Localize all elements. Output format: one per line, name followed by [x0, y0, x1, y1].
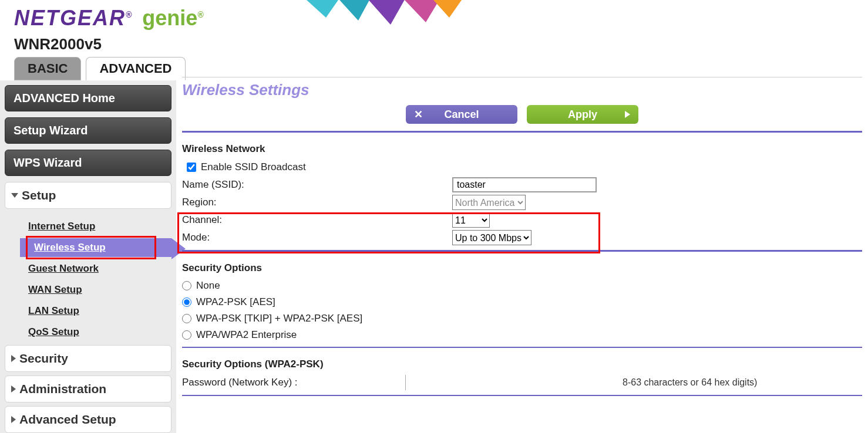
- svg-marker-0: [294, 0, 346, 18]
- registered-icon: ®: [126, 10, 133, 19]
- security-wpa2-radio[interactable]: [182, 297, 191, 307]
- security-enterprise-label: WPA/WPA2 Enterprise: [196, 329, 297, 341]
- caret-right-icon: [11, 385, 16, 393]
- sidebar-link-guest-network[interactable]: Guest Network: [28, 258, 171, 279]
- sidebar-section-advanced-setup[interactable]: Advanced Setup: [5, 406, 171, 433]
- sidebar-link-lan-setup[interactable]: LAN Setup: [28, 300, 171, 322]
- sidebar-section-setup[interactable]: Setup: [5, 182, 171, 209]
- sidebar-section-label: Setup: [22, 188, 56, 202]
- security-wpa2-label: WPA2-PSK [AES]: [196, 296, 275, 308]
- sidebar-link-wan-setup[interactable]: WAN Setup: [28, 279, 171, 300]
- sidebar-advanced-home[interactable]: ADVANCED Home: [5, 85, 171, 111]
- sidebar-section-label: Administration: [19, 382, 106, 396]
- button-bar: ✕ Cancel Apply: [182, 105, 862, 127]
- mode-label: Mode:: [182, 232, 452, 243]
- sidebar-link-internet-setup[interactable]: Internet Setup: [28, 216, 171, 237]
- caret-down-icon: [11, 193, 18, 198]
- tab-advanced[interactable]: ADVANCED: [86, 57, 185, 80]
- sidebar-wps-wizard[interactable]: WPS Wizard: [5, 150, 171, 176]
- region-select[interactable]: North America: [452, 195, 526, 210]
- registered-icon: ®: [197, 10, 203, 19]
- security-wpa-mix-label: WPA-PSK [TKIP] + WPA2-PSK [AES]: [196, 313, 362, 324]
- channel-select[interactable]: 11: [452, 212, 490, 228]
- brand-header: NETGEAR® genie®: [0, 0, 868, 35]
- sidebar-section-security[interactable]: Security: [5, 345, 171, 372]
- mode-select[interactable]: Up to 300 Mbps: [452, 230, 531, 245]
- brand-genie: genie®: [142, 6, 203, 31]
- sidebar-link-qos-setup[interactable]: QoS Setup: [28, 322, 171, 343]
- ssid-label: Name (SSID):: [182, 179, 452, 191]
- region-label: Region:: [182, 197, 452, 208]
- caret-right-icon: [11, 355, 16, 362]
- security-enterprise-radio[interactable]: [182, 330, 191, 340]
- sidebar-setup-wizard[interactable]: Setup Wizard: [5, 117, 171, 144]
- close-icon: ✕: [414, 108, 423, 121]
- security-none-label: None: [196, 280, 220, 292]
- section-heading-wireless-network: Wireless Network: [182, 141, 862, 158]
- model-number: WNR2000v5: [0, 35, 868, 57]
- sidebar: ADVANCED Home Setup Wizard WPS Wizard Se…: [0, 80, 176, 433]
- section-heading-security-options: Security Options: [182, 260, 862, 278]
- section-heading-security-psk: Security Options (WPA2-PSK): [182, 356, 862, 374]
- channel-label: Channel:: [182, 214, 452, 226]
- sidebar-section-label: Security: [19, 351, 68, 366]
- sidebar-setup-items: Internet Setup Wireless Setup Guest Netw…: [5, 212, 171, 345]
- page-title: Wireless Settings: [182, 77, 862, 105]
- content-panel: Wireless Settings ✕ Cancel Apply Wireles…: [176, 80, 868, 433]
- sidebar-section-administration[interactable]: Administration: [5, 376, 171, 402]
- cancel-button[interactable]: ✕ Cancel: [406, 105, 517, 124]
- apply-button[interactable]: Apply: [527, 105, 638, 124]
- password-input[interactable]: [405, 375, 523, 390]
- security-none-radio[interactable]: [182, 281, 191, 290]
- sidebar-link-wireless-setup[interactable]: Wireless Setup: [20, 238, 171, 257]
- password-hint: 8-63 characters or 64 hex digits): [523, 377, 757, 388]
- play-icon: [625, 111, 630, 118]
- tab-basic[interactable]: BASIC: [14, 57, 81, 80]
- sidebar-active-item: Wireless Setup: [20, 238, 171, 257]
- enable-ssid-label: Enable SSID Broadcast: [201, 161, 306, 173]
- enable-ssid-checkbox[interactable]: [187, 163, 196, 172]
- geometric-logo-icon: [294, 0, 482, 29]
- caret-right-icon: [11, 416, 16, 423]
- password-label: Password (Network Key) :: [182, 377, 405, 388]
- sidebar-section-label: Advanced Setup: [19, 412, 116, 427]
- security-wpa-mix-radio[interactable]: [182, 314, 191, 323]
- brand-netgear: NETGEAR®: [14, 6, 133, 31]
- ssid-input[interactable]: [452, 177, 597, 192]
